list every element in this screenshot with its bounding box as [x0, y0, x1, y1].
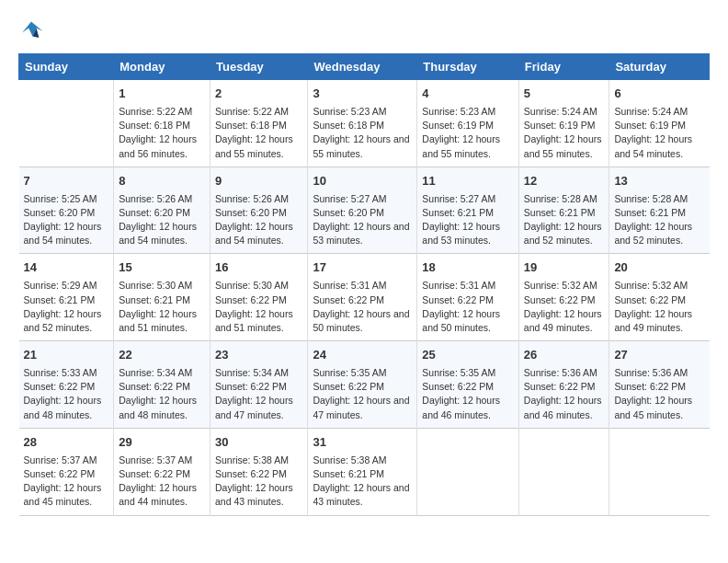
logo-icon — [18, 18, 44, 44]
calendar-week-row: 21Sunrise: 5:33 AMSunset: 6:22 PMDayligh… — [19, 341, 710, 429]
cell-info: Sunrise: 5:24 AMSunset: 6:19 PMDaylight:… — [524, 105, 605, 161]
calendar-cell: 29Sunrise: 5:37 AMSunset: 6:22 PMDayligh… — [114, 428, 210, 515]
cell-info: Sunrise: 5:32 AMSunset: 6:22 PMDaylight:… — [524, 279, 605, 335]
day-number: 3 — [313, 86, 412, 103]
cell-info: Sunrise: 5:23 AMSunset: 6:18 PMDaylight:… — [313, 105, 412, 161]
column-header-tuesday: Tuesday — [210, 54, 308, 80]
cell-info: Sunrise: 5:38 AMSunset: 6:21 PMDaylight:… — [313, 454, 412, 510]
day-number: 18 — [422, 259, 514, 277]
day-number: 2 — [215, 86, 302, 103]
calendar-cell: 10Sunrise: 5:27 AMSunset: 6:20 PMDayligh… — [308, 167, 417, 254]
day-number: 25 — [422, 347, 514, 364]
calendar-cell: 5Sunrise: 5:24 AMSunset: 6:19 PMDaylight… — [518, 80, 609, 167]
calendar-week-row: 28Sunrise: 5:37 AMSunset: 6:22 PMDayligh… — [19, 428, 710, 515]
day-number: 20 — [614, 259, 704, 277]
page-header — [18, 18, 710, 44]
calendar-cell: 30Sunrise: 5:38 AMSunset: 6:22 PMDayligh… — [210, 428, 308, 515]
calendar-cell: 7Sunrise: 5:25 AMSunset: 6:20 PMDaylight… — [19, 167, 114, 254]
day-number: 30 — [215, 434, 302, 452]
calendar-table: SundayMondayTuesdayWednesdayThursdayFrid… — [18, 53, 710, 516]
cell-info: Sunrise: 5:29 AMSunset: 6:21 PMDaylight:… — [24, 279, 109, 335]
cell-info: Sunrise: 5:30 AMSunset: 6:21 PMDaylight:… — [119, 279, 205, 335]
calendar-cell: 15Sunrise: 5:30 AMSunset: 6:21 PMDayligh… — [114, 254, 210, 341]
cell-info: Sunrise: 5:22 AMSunset: 6:18 PMDaylight:… — [119, 105, 205, 161]
cell-info: Sunrise: 5:37 AMSunset: 6:22 PMDaylight:… — [119, 454, 205, 510]
day-number: 29 — [119, 434, 205, 452]
calendar-cell — [417, 428, 519, 515]
calendar-cell: 11Sunrise: 5:27 AMSunset: 6:21 PMDayligh… — [417, 167, 519, 254]
calendar-cell: 22Sunrise: 5:34 AMSunset: 6:22 PMDayligh… — [114, 341, 210, 429]
day-number: 12 — [524, 173, 605, 190]
cell-info: Sunrise: 5:37 AMSunset: 6:22 PMDaylight:… — [24, 454, 109, 510]
cell-info: Sunrise: 5:26 AMSunset: 6:20 PMDaylight:… — [215, 192, 302, 248]
calendar-cell: 13Sunrise: 5:28 AMSunset: 6:21 PMDayligh… — [609, 167, 710, 254]
day-number: 15 — [119, 259, 205, 277]
day-number: 24 — [313, 347, 412, 364]
day-number: 16 — [215, 259, 302, 277]
day-number: 22 — [119, 347, 205, 364]
calendar-cell: 3Sunrise: 5:23 AMSunset: 6:18 PMDaylight… — [308, 80, 417, 167]
cell-info: Sunrise: 5:27 AMSunset: 6:21 PMDaylight:… — [422, 192, 514, 248]
calendar-cell: 27Sunrise: 5:36 AMSunset: 6:22 PMDayligh… — [609, 341, 710, 429]
day-number: 8 — [119, 173, 205, 190]
cell-info: Sunrise: 5:36 AMSunset: 6:22 PMDaylight:… — [524, 366, 605, 422]
column-header-wednesday: Wednesday — [308, 54, 417, 80]
column-header-saturday: Saturday — [609, 54, 710, 80]
logo — [18, 18, 48, 44]
day-number: 10 — [313, 173, 412, 190]
calendar-cell: 17Sunrise: 5:31 AMSunset: 6:22 PMDayligh… — [308, 254, 417, 341]
day-number: 9 — [215, 173, 302, 190]
cell-info: Sunrise: 5:27 AMSunset: 6:20 PMDaylight:… — [313, 192, 412, 248]
cell-info: Sunrise: 5:30 AMSunset: 6:22 PMDaylight:… — [215, 279, 302, 335]
calendar-cell: 25Sunrise: 5:35 AMSunset: 6:22 PMDayligh… — [417, 341, 519, 429]
calendar-cell: 21Sunrise: 5:33 AMSunset: 6:22 PMDayligh… — [19, 341, 114, 429]
day-number: 6 — [614, 86, 704, 103]
calendar-header-row: SundayMondayTuesdayWednesdayThursdayFrid… — [19, 54, 710, 80]
calendar-cell: 8Sunrise: 5:26 AMSunset: 6:20 PMDaylight… — [114, 167, 210, 254]
column-header-thursday: Thursday — [417, 54, 519, 80]
day-number: 28 — [24, 434, 109, 452]
calendar-week-row: 7Sunrise: 5:25 AMSunset: 6:20 PMDaylight… — [19, 167, 710, 254]
calendar-cell: 9Sunrise: 5:26 AMSunset: 6:20 PMDaylight… — [210, 167, 308, 254]
day-number: 26 — [524, 347, 605, 364]
cell-info: Sunrise: 5:25 AMSunset: 6:20 PMDaylight:… — [24, 192, 109, 248]
day-number: 17 — [313, 259, 412, 277]
calendar-cell: 19Sunrise: 5:32 AMSunset: 6:22 PMDayligh… — [518, 254, 609, 341]
svg-marker-0 — [22, 22, 42, 37]
calendar-cell: 12Sunrise: 5:28 AMSunset: 6:21 PMDayligh… — [518, 167, 609, 254]
day-number: 4 — [422, 86, 514, 103]
day-number: 19 — [524, 259, 605, 277]
cell-info: Sunrise: 5:24 AMSunset: 6:19 PMDaylight:… — [614, 105, 704, 161]
cell-info: Sunrise: 5:35 AMSunset: 6:22 PMDaylight:… — [422, 366, 514, 422]
calendar-cell: 23Sunrise: 5:34 AMSunset: 6:22 PMDayligh… — [210, 341, 308, 429]
calendar-cell: 6Sunrise: 5:24 AMSunset: 6:19 PMDaylight… — [609, 80, 710, 167]
calendar-cell — [518, 428, 609, 515]
cell-info: Sunrise: 5:35 AMSunset: 6:22 PMDaylight:… — [313, 366, 412, 422]
calendar-cell: 4Sunrise: 5:23 AMSunset: 6:19 PMDaylight… — [417, 80, 519, 167]
cell-info: Sunrise: 5:26 AMSunset: 6:20 PMDaylight:… — [119, 192, 205, 248]
column-header-sunday: Sunday — [19, 54, 114, 80]
day-number: 11 — [422, 173, 514, 190]
day-number: 5 — [524, 86, 605, 103]
calendar-cell: 1Sunrise: 5:22 AMSunset: 6:18 PMDaylight… — [114, 80, 210, 167]
calendar-week-row: 14Sunrise: 5:29 AMSunset: 6:21 PMDayligh… — [19, 254, 710, 341]
calendar-cell — [609, 428, 710, 515]
calendar-cell — [19, 80, 114, 167]
calendar-cell: 2Sunrise: 5:22 AMSunset: 6:18 PMDaylight… — [210, 80, 308, 167]
day-number: 31 — [313, 434, 412, 452]
cell-info: Sunrise: 5:38 AMSunset: 6:22 PMDaylight:… — [215, 454, 302, 510]
column-header-monday: Monday — [114, 54, 210, 80]
cell-info: Sunrise: 5:23 AMSunset: 6:19 PMDaylight:… — [422, 105, 514, 161]
calendar-cell: 31Sunrise: 5:38 AMSunset: 6:21 PMDayligh… — [308, 428, 417, 515]
calendar-cell: 18Sunrise: 5:31 AMSunset: 6:22 PMDayligh… — [417, 254, 519, 341]
calendar-week-row: 1Sunrise: 5:22 AMSunset: 6:18 PMDaylight… — [19, 80, 710, 167]
cell-info: Sunrise: 5:22 AMSunset: 6:18 PMDaylight:… — [215, 105, 302, 161]
column-header-friday: Friday — [518, 54, 609, 80]
day-number: 7 — [24, 173, 109, 190]
day-number: 1 — [119, 86, 205, 103]
day-number: 13 — [614, 173, 704, 190]
cell-info: Sunrise: 5:28 AMSunset: 6:21 PMDaylight:… — [524, 192, 605, 248]
day-number: 23 — [215, 347, 302, 364]
cell-info: Sunrise: 5:34 AMSunset: 6:22 PMDaylight:… — [215, 366, 302, 422]
day-number: 21 — [24, 347, 109, 364]
